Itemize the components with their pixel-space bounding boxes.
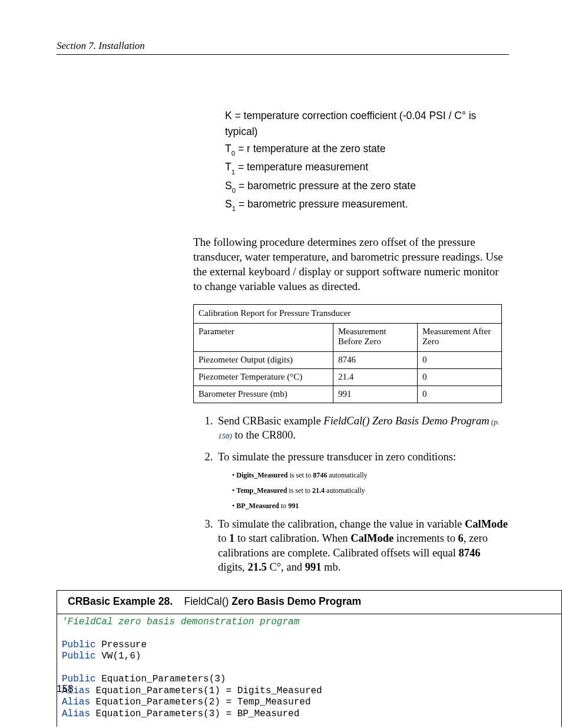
step-2: To simulate the pressure transducer in z… (216, 450, 509, 510)
table-row: Piezometer Temperature (°C) 21.4 0 (194, 369, 502, 386)
code-example-title: CRBasic Example 28. FieldCal() Zero Basi… (57, 591, 561, 614)
col-parameter: Parameter (194, 324, 333, 352)
list-item: BP_Measured to 991 (232, 502, 509, 511)
list-item: Temp_Measured is set to 21.4 automatical… (232, 486, 509, 496)
header-rule (57, 54, 509, 55)
code-example-box: CRBasic Example 28. FieldCal() Zero Basi… (57, 590, 562, 727)
col-before: Measurement Before Zero (333, 324, 417, 352)
running-head: Section 7. Installation (57, 40, 509, 52)
def-S1: S1 = barometric pressure measurement. (225, 196, 509, 213)
col-after: Measurement After Zero (417, 324, 501, 352)
code-listing: 'FieldCal zero basis demonstration progr… (57, 614, 561, 727)
step-2-bullets: Digits_Measured is set to 8746 automatic… (220, 471, 509, 511)
def-K: K = temperature correction coefficient (… (225, 108, 509, 140)
table-header-row: Parameter Measurement Before Zero Measur… (194, 324, 502, 352)
intro-paragraph: The following procedure determines zero … (193, 235, 509, 294)
list-item: Digits_Measured is set to 8746 automatic… (232, 471, 509, 480)
table-title: Calibration Report for Pressure Transduc… (194, 305, 502, 324)
table-row: Barometer Pressure (mb) 991 0 (194, 386, 502, 403)
def-T1: T1 = temperature measurement (225, 159, 509, 176)
step-1: Send CRBasic example FieldCal() Zero Bas… (216, 414, 509, 443)
def-T0: T0 = r temperature at the zero state (225, 141, 509, 158)
page-number: 158 (57, 683, 73, 695)
step-3: To simulate the calibration, change the … (216, 517, 509, 575)
page: Section 7. Installation K = temperature … (0, 0, 562, 728)
table-row: Piezometer Output (digits) 8746 0 (194, 352, 502, 369)
def-S0: S0 = barometric pressure at the zero sta… (225, 178, 509, 195)
calibration-table: Calibration Report for Pressure Transduc… (193, 304, 502, 403)
definitions-block: K = temperature correction coefficient (… (225, 108, 509, 213)
procedure-steps: Send CRBasic example FieldCal() Zero Bas… (205, 414, 509, 574)
